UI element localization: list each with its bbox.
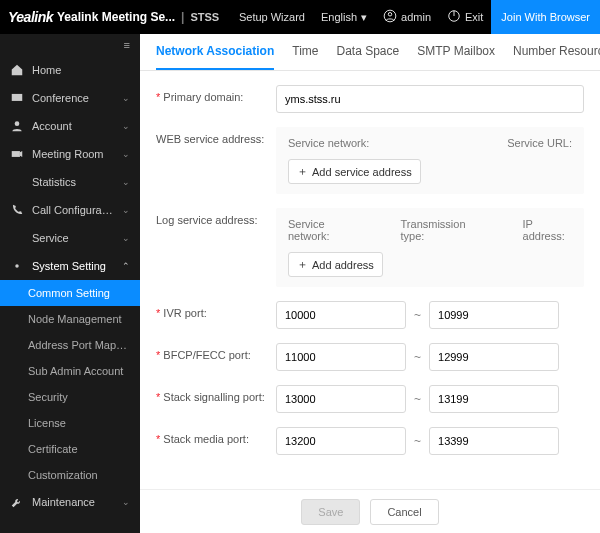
- ivr-port-label: IVR port:: [156, 301, 276, 319]
- chevron-up-icon: ⌃: [122, 261, 130, 271]
- sidebar-item-account[interactable]: Account⌄: [0, 112, 140, 140]
- sidebar-item-statistics[interactable]: Statistics⌄: [0, 168, 140, 196]
- svg-point-7: [15, 264, 19, 268]
- stats-icon: [10, 175, 24, 189]
- signalling-port-label: Stack signalling port:: [156, 385, 276, 403]
- ivr-port-from-input[interactable]: [276, 301, 406, 329]
- log-service-box: Service network:Transmission type:IP add…: [276, 208, 584, 287]
- form-content: Primary domain: WEB service address: Ser…: [140, 71, 600, 489]
- bfcp-port-from-input[interactable]: [276, 343, 406, 371]
- primary-domain-label: Primary domain:: [156, 85, 276, 103]
- sidebar-item-home[interactable]: Home: [0, 56, 140, 84]
- log-col-network: Service network:: [288, 218, 361, 242]
- divider: |: [181, 10, 184, 24]
- sidebar-sub-security[interactable]: Security: [0, 384, 140, 410]
- sidebar-sub-customization[interactable]: Customization: [0, 462, 140, 488]
- sidebar-sub-sub-admin-account[interactable]: Sub Admin Account: [0, 358, 140, 384]
- sidebar-sub-address-port-mapping[interactable]: Address Port Mapping: [0, 332, 140, 358]
- exit-button[interactable]: Exit: [439, 9, 491, 25]
- log-col-transmission: Transmission type:: [401, 218, 483, 242]
- account-icon: [10, 119, 24, 133]
- sidebar-item-call-config[interactable]: Call Configuration⌄: [0, 196, 140, 224]
- footer-bar: Save Cancel: [140, 489, 600, 533]
- sidebar-item-conference[interactable]: Conference⌄: [0, 84, 140, 112]
- svg-rect-4: [12, 94, 23, 101]
- chevron-down-icon: ⌄: [122, 497, 130, 507]
- user-icon: [383, 9, 397, 25]
- main-panel: Network Association Time Data Space SMTP…: [140, 34, 600, 533]
- brand-title: Yealink Meeting Se...: [57, 10, 175, 24]
- web-service-label: WEB service address:: [156, 127, 276, 145]
- sidebar-collapse-toggle[interactable]: ≡: [0, 34, 140, 56]
- media-port-label: Stack media port:: [156, 427, 276, 445]
- user-menu[interactable]: admin: [375, 9, 439, 25]
- language-dropdown[interactable]: English▾: [313, 11, 375, 24]
- sidebar-sub-node-management[interactable]: Node Management: [0, 306, 140, 332]
- chevron-down-icon: ⌄: [122, 177, 130, 187]
- add-log-address-button[interactable]: ＋Add address: [288, 252, 383, 277]
- top-bar: Yealink Yealink Meeting Se... | STSS Set…: [0, 0, 600, 34]
- primary-domain-input[interactable]: [276, 85, 584, 113]
- chevron-down-icon: ⌄: [122, 205, 130, 215]
- range-separator: ~: [414, 308, 421, 322]
- ivr-port-to-input[interactable]: [429, 301, 559, 329]
- gear-icon: [10, 259, 24, 273]
- chevron-down-icon: ▾: [361, 11, 367, 24]
- call-icon: [10, 203, 24, 217]
- cancel-button[interactable]: Cancel: [370, 499, 438, 525]
- save-button[interactable]: Save: [301, 499, 360, 525]
- brand-logo: Yealink: [8, 9, 53, 25]
- brand: Yealink Yealink Meeting Se... | STSS: [0, 9, 227, 25]
- log-col-ip: IP address:: [523, 218, 572, 242]
- chevron-down-icon: ⌄: [122, 233, 130, 243]
- media-port-from-input[interactable]: [276, 427, 406, 455]
- wrench-icon: [10, 495, 24, 509]
- sidebar-sub-common-setting[interactable]: Common Setting: [0, 280, 140, 306]
- add-service-address-button[interactable]: ＋Add service address: [288, 159, 421, 184]
- web-col-network: Service network:: [288, 137, 369, 149]
- bfcp-port-label: BFCP/FECC port:: [156, 343, 276, 361]
- tab-data-space[interactable]: Data Space: [336, 44, 399, 70]
- bfcp-port-to-input[interactable]: [429, 343, 559, 371]
- range-separator: ~: [414, 434, 421, 448]
- power-icon: [447, 9, 461, 25]
- svg-point-5: [15, 121, 20, 126]
- tab-time[interactable]: Time: [292, 44, 318, 70]
- conference-icon: [10, 91, 24, 105]
- range-separator: ~: [414, 350, 421, 364]
- sidebar-sub-certificate[interactable]: Certificate: [0, 436, 140, 462]
- svg-point-1: [388, 13, 392, 17]
- sidebar-sub-license[interactable]: License: [0, 410, 140, 436]
- signalling-port-from-input[interactable]: [276, 385, 406, 413]
- media-port-to-input[interactable]: [429, 427, 559, 455]
- sidebar: ≡ Home Conference⌄ Account⌄ Meeting Room…: [0, 34, 140, 533]
- tab-bar: Network Association Time Data Space SMTP…: [140, 34, 600, 71]
- sidebar-item-meeting-room[interactable]: Meeting Room⌄: [0, 140, 140, 168]
- sidebar-item-maintenance[interactable]: Maintenance⌄: [0, 488, 140, 516]
- svg-rect-6: [12, 151, 20, 157]
- join-browser-button[interactable]: Join With Browser: [491, 0, 600, 34]
- signalling-port-to-input[interactable]: [429, 385, 559, 413]
- web-service-box: Service network:Service URL: ＋Add servic…: [276, 127, 584, 194]
- plus-icon: ＋: [297, 257, 308, 272]
- sidebar-item-service[interactable]: Service⌄: [0, 224, 140, 252]
- sidebar-item-system-setting[interactable]: System Setting⌃: [0, 252, 140, 280]
- plus-icon: ＋: [297, 164, 308, 179]
- web-col-url: Service URL:: [507, 137, 572, 149]
- home-icon: [10, 63, 24, 77]
- chevron-down-icon: ⌄: [122, 93, 130, 103]
- brand-sub: STSS: [190, 11, 219, 23]
- tab-number-resource[interactable]: Number Resource Allocation: [513, 44, 600, 70]
- log-service-label: Log service address:: [156, 208, 276, 226]
- tab-network-association[interactable]: Network Association: [156, 44, 274, 70]
- range-separator: ~: [414, 392, 421, 406]
- tab-smtp-mailbox[interactable]: SMTP Mailbox: [417, 44, 495, 70]
- setup-wizard-link[interactable]: Setup Wizard: [231, 11, 313, 23]
- chevron-down-icon: ⌄: [122, 149, 130, 159]
- chevron-down-icon: ⌄: [122, 121, 130, 131]
- service-icon: [10, 231, 24, 245]
- room-icon: [10, 147, 24, 161]
